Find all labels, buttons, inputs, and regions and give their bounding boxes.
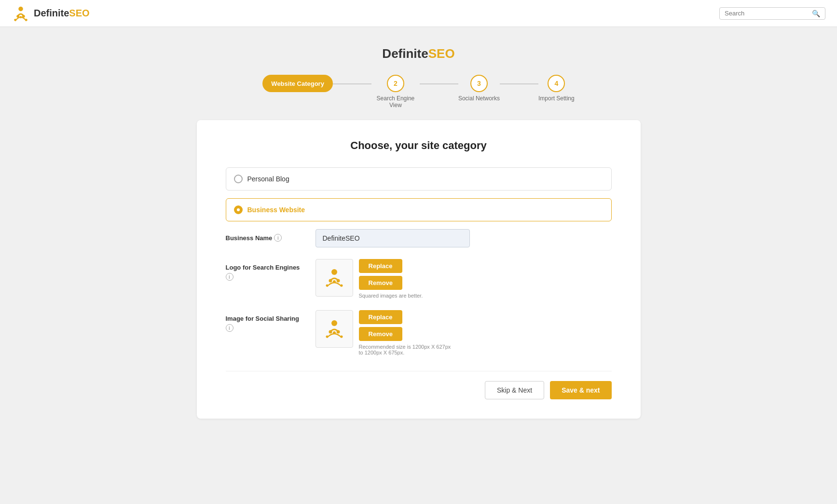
svg-point-8 [336,279,340,283]
card-footer: Skip & Next Save & next [226,371,612,399]
main-content: DefiniteSEO Website Category 2 Search En… [0,27,837,438]
logo-text: DefiniteSEO [34,8,90,19]
logo-buttons: Replace Remove [359,259,423,290]
step-4[interactable]: 4 Import Setting [538,75,575,102]
business-name-info-icon[interactable]: i [274,234,282,242]
step-1[interactable]: Website Category [262,75,333,92]
step-3[interactable]: 3 Social Networks [458,75,500,102]
logo-replace-button[interactable]: Replace [359,259,402,273]
logo-preview [316,259,353,297]
logo-hint: Squared images are better. [359,293,423,299]
step-3-circle: 3 [470,75,488,92]
business-name-label: Business Name i [226,229,308,242]
app-title-seo: SEO [428,46,455,61]
svg-point-4 [25,18,27,21]
svg-point-5 [20,16,22,18]
step-4-circle: 4 [548,75,565,92]
app-title: DefiniteSEO [382,46,454,61]
social-replace-button[interactable]: Replace [359,310,402,324]
app-header: DefiniteSEO 🔍 [0,0,837,27]
step-1-circle: Website Category [262,75,333,92]
logo-info-icon[interactable]: i [226,273,233,281]
svg-point-13 [329,330,332,334]
search-icon: 🔍 [812,10,820,17]
personal-blog-option[interactable]: Personal Blog [226,167,612,191]
search-input[interactable] [725,10,812,17]
app-title-definite: Definite [382,46,428,61]
business-website-label: Business Website [247,206,305,214]
social-hint: Recommended size is 1200px X 627px to 12… [359,344,455,355]
svg-point-14 [336,330,340,334]
step-2[interactable]: 2 Search Engine View [371,75,420,109]
logo-upload-area: Replace Remove Squared images are better… [316,259,423,299]
svg-point-16 [326,336,328,338]
svg-point-0 [18,6,23,11]
connector-2-3 [420,83,458,84]
social-upload-area: Replace Remove Recommended size is 1200p… [316,310,455,355]
svg-point-7 [329,279,332,283]
svg-point-11 [340,285,343,287]
svg-point-12 [331,320,337,326]
social-label: Image for Social Sharing i [226,310,308,332]
logo-preview-icon [323,266,346,289]
save-button[interactable]: Save & next [550,381,611,399]
step-4-label: Import Setting [538,95,575,102]
step-3-label: Social Networks [458,95,500,102]
business-name-input[interactable] [316,229,470,247]
personal-blog-radio[interactable] [234,175,243,183]
social-info-icon[interactable]: i [226,324,233,332]
logo-icon [12,4,30,23]
connector-1-2 [333,83,371,84]
step-2-label: Search Engine View [371,95,420,109]
logo-definite: Definite [34,8,69,18]
logo-remove-button[interactable]: Remove [359,276,402,290]
stepper: Website Category 2 Search Engine View 3 … [262,75,574,109]
search-box[interactable]: 🔍 [719,7,825,20]
business-website-radio[interactable] [234,205,243,214]
svg-point-3 [14,18,16,21]
social-preview-icon [323,317,346,341]
svg-point-17 [340,336,343,338]
step-2-circle: 2 [387,75,404,92]
personal-blog-label: Personal Blog [247,175,289,183]
social-buttons: Replace Remove [359,310,455,341]
social-row: Image for Social Sharing i [226,310,612,355]
skip-button[interactable]: Skip & Next [485,381,544,399]
svg-point-10 [326,285,328,287]
business-name-row: Business Name i [226,229,612,247]
step-1-label: Website Category [271,80,324,87]
social-preview [316,310,353,348]
business-website-option[interactable]: Business Website [226,198,612,221]
logo-row: Logo for Search Engines i [226,259,612,299]
card-title: Choose, your site category [226,139,612,152]
main-card: Choose, your site category Personal Blog… [197,120,641,419]
social-remove-button[interactable]: Remove [359,327,402,341]
connector-3-4 [500,83,538,84]
svg-point-6 [331,269,337,275]
logo-seo: SEO [69,8,89,18]
logo-area: DefiniteSEO [12,4,90,23]
logo-label: Logo for Search Engines i [226,259,308,281]
